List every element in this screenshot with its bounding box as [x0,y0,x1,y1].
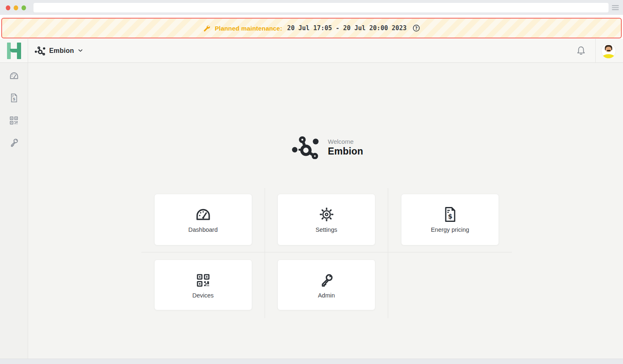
welcome-greeting: Welcome [328,138,363,145]
header-divider [595,39,596,62]
gear-icon [320,207,334,221]
molecule-icon [35,46,45,55]
notifications-button[interactable] [566,39,595,62]
avatar [601,43,616,58]
shortcut-grid: Dashboard Settings $ Energy pricing Devi… [141,188,512,318]
browser-chrome [0,0,623,15]
svg-text:?: ? [415,26,418,31]
gauge-icon [9,72,19,79]
org-selector[interactable]: Embion [35,46,83,55]
invoice-dollar-icon: $ [10,93,18,102]
body-row: $ Welcome Embion Dashboard [0,63,623,359]
app-logo[interactable] [0,39,28,62]
maximize-window-button[interactable] [21,5,26,10]
qr-code-icon [10,116,18,125]
maintenance-schedule: 20 Jul 17:05 - 20 Jul 20:00 2023 [287,24,407,32]
card-settings[interactable]: Settings [277,194,375,245]
card-label: Settings [315,226,337,233]
app-header: Embion [0,39,623,63]
bell-icon [576,45,586,56]
card-label: Admin [318,292,335,299]
maintenance-label: Planned maintenance: [215,25,282,32]
user-menu-button[interactable] [601,43,616,58]
key-icon [10,138,19,147]
card-admin[interactable]: Admin [277,259,375,310]
sidebar-item-dashboard[interactable] [8,71,20,81]
address-bar[interactable] [33,3,609,12]
card-devices[interactable]: Devices [154,259,252,310]
window-bottom-edge [0,359,623,364]
molecule-icon [292,136,319,159]
minimize-window-button[interactable] [14,5,18,10]
card-energy-pricing[interactable]: $ Energy pricing [401,194,499,245]
org-name: Embion [49,47,74,55]
card-label: Dashboard [189,226,218,233]
gauge-icon [195,208,211,221]
chevron-down-icon [78,49,83,52]
sidebar: $ [0,63,28,359]
card-label: Devices [192,292,214,299]
invoice-dollar-icon: $ [444,207,456,222]
empty-cell [388,252,512,318]
banner-strip: Planned maintenance: 20 Jul 17:05 - 20 J… [0,15,623,39]
sidebar-item-admin[interactable] [8,138,20,148]
key-icon [320,273,334,287]
maintenance-banner: Planned maintenance: 20 Jul 17:05 - 20 J… [1,18,622,38]
help-circle-icon[interactable]: ? [413,24,420,32]
close-window-button[interactable] [6,5,10,10]
card-dashboard[interactable]: Dashboard [154,194,252,245]
header-actions [566,39,623,62]
main-content: Welcome Embion Dashboard Settings $ [28,63,623,359]
welcome-block: Welcome Embion [292,136,363,159]
h-logo-icon [7,43,21,59]
welcome-org-name: Embion [328,146,363,157]
wrench-icon [203,24,210,32]
qr-code-icon [196,274,210,287]
sidebar-item-energy-pricing[interactable]: $ [8,93,20,103]
sidebar-item-devices[interactable] [8,115,20,125]
card-label: Energy pricing [431,226,469,233]
hamburger-icon[interactable] [612,5,619,10]
svg-text:$: $ [448,212,452,220]
traffic-lights [6,5,26,10]
svg-text:$: $ [12,97,15,101]
